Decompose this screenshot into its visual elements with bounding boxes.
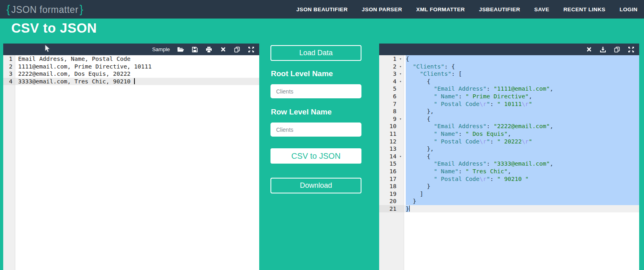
code-line[interactable]: ]: [406, 190, 639, 198]
code-line[interactable]: " Postal Code\r": " 90210 ": [406, 175, 639, 183]
nav-item-json-beautifier[interactable]: JSON BEAUTIFIER: [296, 6, 348, 12]
root-level-name-input[interactable]: [270, 84, 361, 98]
load-data-button[interactable]: Load Data: [270, 45, 361, 61]
code-line[interactable]: " Postal Code\r": " 10111\r": [406, 100, 639, 108]
line-number: 4: [3, 78, 15, 85]
line-number: 3: [3, 70, 15, 78]
text-caret: [409, 206, 410, 212]
json-editor-code[interactable]: { "Clients": { "Clients": [ { "Email Add…: [404, 55, 639, 270]
clear-icon[interactable]: [586, 46, 592, 53]
sample-button[interactable]: Sample: [152, 46, 170, 52]
fold-toggle-icon[interactable]: ▾: [397, 78, 404, 85]
line-number: 14: [379, 153, 397, 160]
json-editor-gutter: 1▾2▾3▾4▾56789▾1011121314▾15161718192021: [379, 55, 404, 270]
line-number: 18: [379, 183, 397, 190]
site-logo[interactable]: { JSON formatter }: [6, 3, 83, 16]
code-line[interactable]: 3333@email.com, Tres Chic, 90210: [15, 78, 259, 85]
page-title: CSV to JSON: [11, 21, 97, 36]
code-line[interactable]: " Name": " Prime Directive",: [406, 93, 639, 100]
code-line[interactable]: "Email Address": "1111@email.com",: [406, 85, 639, 93]
nav-item-jsbeautifier[interactable]: JSBEAUTIFIER: [479, 6, 520, 12]
copy-icon[interactable]: [234, 46, 240, 53]
line-number: 15: [379, 160, 397, 168]
csv-editor-body[interactable]: 1234 Email Address, Name, Postal Code111…: [3, 55, 259, 270]
code-line[interactable]: 2222@email.com, Dos Equis, 20222: [18, 70, 259, 78]
json-editor-toolbar: [379, 44, 639, 55]
code-line[interactable]: },: [406, 145, 639, 153]
text-caret: [134, 78, 135, 84]
line-number: 12: [379, 138, 397, 145]
row-level-name-label: Row Level Name: [271, 108, 332, 116]
code-line[interactable]: " Postal Code\r": " 20222\r": [406, 138, 639, 145]
line-number: 11: [379, 130, 397, 138]
line-number: 9: [379, 115, 397, 123]
line-number: 2: [3, 63, 15, 71]
code-line[interactable]: {: [406, 78, 639, 85]
line-number: 7: [379, 100, 397, 108]
code-line[interactable]: "Clients": {: [406, 63, 639, 71]
line-number: 2: [379, 63, 397, 71]
print-icon[interactable]: [206, 46, 212, 53]
code-line[interactable]: {: [406, 115, 639, 123]
json-editor-body[interactable]: 1▾2▾3▾4▾56789▾1011121314▾15161718192021 …: [379, 55, 639, 270]
line-number: 21: [379, 205, 397, 213]
nav-item-recent-links[interactable]: RECENT LINKS: [564, 6, 606, 12]
fold-toggle-icon[interactable]: ▾: [397, 153, 404, 160]
fold-toggle-icon[interactable]: ▾: [397, 70, 404, 78]
csv-to-json-button[interactable]: CSV to JSON: [270, 148, 361, 164]
code-line[interactable]: "Email Address": "3333@email.com",: [406, 160, 639, 168]
fold-toggle-icon[interactable]: ▾: [397, 55, 404, 63]
csv-editor-code[interactable]: Email Address, Name, Postal Code1111@ema…: [15, 55, 259, 270]
code-line[interactable]: }: [406, 183, 639, 190]
clear-icon[interactable]: [220, 46, 226, 53]
line-number: 13: [379, 145, 397, 153]
json-editor-panel: 1▾2▾3▾4▾56789▾1011121314▾15161718192021 …: [379, 44, 639, 270]
logo-close-brace: }: [80, 3, 83, 16]
code-line[interactable]: 1111@email.com, Prime Directive, 10111: [18, 63, 259, 71]
logo-open-brace: {: [6, 3, 10, 16]
fold-toggle-icon[interactable]: ▾: [397, 63, 404, 71]
navbar: { JSON formatter } JSON BEAUTIFIERJSON P…: [0, 0, 644, 19]
line-number: 8: [379, 108, 397, 115]
copy-icon[interactable]: [614, 46, 620, 53]
line-number: 10: [379, 123, 397, 130]
fullscreen-icon[interactable]: [248, 46, 254, 53]
code-line[interactable]: },: [406, 108, 639, 115]
code-line[interactable]: }: [404, 205, 639, 213]
download-icon[interactable]: [600, 46, 606, 53]
code-line[interactable]: {: [406, 153, 639, 160]
row-level-name-input[interactable]: [270, 123, 361, 137]
line-number: 16: [379, 168, 397, 175]
line-number: 1: [3, 55, 15, 63]
line-number: 3: [379, 70, 397, 78]
csv-editor-panel: Sample 1234 Email Address, Name, Postal …: [3, 44, 259, 270]
line-number: 4: [379, 78, 397, 85]
code-line[interactable]: {: [406, 55, 639, 63]
nav-item-save[interactable]: SAVE: [534, 6, 549, 12]
folder-open-icon[interactable]: [178, 46, 184, 53]
nav-item-xml-formatter[interactable]: XML FORMATTER: [416, 6, 465, 12]
nav-menu: JSON BEAUTIFIERJSON PARSERXML FORMATTERJ…: [296, 6, 638, 12]
code-line[interactable]: Email Address, Name, Postal Code: [18, 55, 259, 63]
line-number: 17: [379, 175, 397, 183]
csv-editor-toolbar: Sample: [3, 44, 259, 55]
csv-editor-gutter: 1234: [3, 55, 15, 270]
fullscreen-icon[interactable]: [628, 46, 634, 53]
line-number: 20: [379, 197, 397, 205]
fold-toggle-icon[interactable]: ▾: [397, 115, 404, 123]
line-number: 1: [379, 55, 397, 63]
code-line[interactable]: " Name": " Tres Chic",: [406, 168, 639, 175]
code-line[interactable]: }: [406, 197, 639, 205]
code-line[interactable]: "Clients": [: [406, 70, 639, 78]
nav-item-json-parser[interactable]: JSON PARSER: [362, 6, 402, 12]
root-level-name-label: Root Level Name: [271, 69, 333, 78]
logo-text: JSON formatter: [10, 4, 80, 15]
code-line[interactable]: "Email Address": "2222@email.com",: [406, 123, 639, 130]
save-icon[interactable]: [192, 46, 198, 53]
line-number: 6: [379, 93, 397, 100]
code-line[interactable]: " Name": " Dos Equis",: [406, 130, 639, 138]
download-button[interactable]: Download: [270, 178, 361, 193]
nav-item-login[interactable]: LOGIN: [619, 6, 638, 12]
line-number: 5: [379, 85, 397, 93]
line-number: 19: [379, 190, 397, 198]
